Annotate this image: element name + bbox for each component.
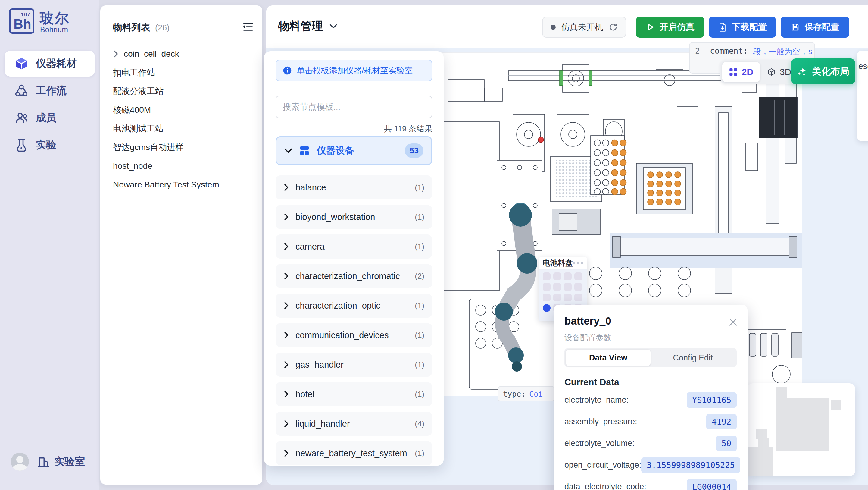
data-row-data-electrolyte-code: data_electrolyte_code: LG000014 xyxy=(564,478,737,490)
test-tube-icon xyxy=(15,138,28,151)
material-item-label: 配液分液工站 xyxy=(113,86,163,97)
material-list-count: (26) xyxy=(155,23,169,33)
sidebar-item-workflow[interactable]: 工作流 xyxy=(4,78,95,104)
chevron-right-icon xyxy=(113,50,118,58)
tray-slot[interactable] xyxy=(575,283,582,291)
template-item-characterization-optic[interactable]: characterization_optic(1) xyxy=(276,293,432,318)
save-config-button[interactable]: 保存配置 xyxy=(781,17,849,38)
material-item-label: 电池测试工站 xyxy=(113,123,163,135)
material-item[interactable]: 扣电工作站 xyxy=(113,66,250,80)
logo-element-symbol: Bh xyxy=(13,17,31,32)
material-item-coin-cell-deck[interactable]: coin_cell_deck xyxy=(113,47,250,61)
chevron-down-icon xyxy=(330,24,337,29)
material-item-label: Neware Battery Test System xyxy=(113,180,219,190)
sidebar-item-label: 工作流 xyxy=(36,84,67,98)
close-icon[interactable] xyxy=(727,317,739,327)
template-item-balance[interactable]: balance(1) xyxy=(276,175,432,200)
sidebar-item-instruments[interactable]: 仪器耗材 xyxy=(4,51,95,77)
template-item-characterization-chromatic[interactable]: characterization_chromatic(2) xyxy=(276,264,432,288)
tray-slot[interactable] xyxy=(553,283,561,291)
tray-slot[interactable] xyxy=(564,293,571,301)
minimap-node xyxy=(758,438,769,447)
template-item-hotel[interactable]: hotel(1) xyxy=(276,382,432,406)
info-icon xyxy=(283,66,292,75)
building-icon xyxy=(37,455,50,468)
tab-data-view[interactable]: Data View xyxy=(566,350,651,366)
template-item-camera[interactable]: camera(1) xyxy=(276,234,432,259)
tray-slot-selected-battery-0[interactable] xyxy=(543,304,551,312)
category-count-badge: 53 xyxy=(405,143,424,158)
tray-slot[interactable] xyxy=(564,272,571,280)
start-simulation-button[interactable]: 开启仿真 xyxy=(636,17,704,38)
popup-subtitle: 设备配置参数 xyxy=(564,333,611,343)
battery-config-popup: battery_0 设备配置参数 Data View Config Edit C… xyxy=(554,305,747,490)
material-item[interactable]: 核磁400M xyxy=(113,103,250,117)
material-item[interactable]: Neware Battery Test System xyxy=(113,178,250,192)
value-chip: LG000014 xyxy=(687,479,737,490)
more-menu-icon[interactable] xyxy=(573,262,583,264)
material-item[interactable]: 配液分液工站 xyxy=(113,84,250,98)
toggle-2d[interactable]: 2D xyxy=(722,62,760,82)
minimap[interactable] xyxy=(747,383,855,476)
tray-slot[interactable] xyxy=(575,293,582,301)
tray-slot[interactable] xyxy=(575,272,582,280)
material-item-label: coin_cell_deck xyxy=(124,49,179,59)
material-item-label: 核磁400M xyxy=(113,104,151,116)
right-edge-text-fragment: esou xyxy=(858,61,868,71)
tray-slot[interactable] xyxy=(543,283,551,291)
chevron-right-icon xyxy=(283,420,289,427)
simulation-status-chip[interactable]: 仿真未开机 xyxy=(542,17,626,38)
tray-slot[interactable] xyxy=(553,293,561,301)
user-avatar[interactable] xyxy=(11,453,29,471)
members-icon xyxy=(15,111,28,124)
toggle-3d-label: 3D xyxy=(780,67,791,77)
download-config-button[interactable]: 下载配置 xyxy=(709,17,776,38)
material-item[interactable]: 智达gcms自动进样 xyxy=(113,140,250,154)
sidebar-item-experiments[interactable]: 实验 xyxy=(4,132,95,158)
start-simulation-label: 开启仿真 xyxy=(659,21,694,33)
chevron-right-icon xyxy=(283,302,289,309)
value-chip: 50 xyxy=(716,436,737,451)
template-item-neware-battery-test-system[interactable]: neware_battery_test_system(1) xyxy=(276,441,432,465)
search-input[interactable] xyxy=(276,96,432,118)
material-item[interactable]: 电池测试工站 xyxy=(113,122,250,136)
tray-slot[interactable] xyxy=(543,272,551,280)
page-title-dropdown[interactable]: 物料管理 xyxy=(278,19,337,34)
template-item-bioyond-workstation[interactable]: bioyond_workstation(1) xyxy=(276,205,432,229)
minimap-node xyxy=(747,446,773,476)
cube-3d-icon xyxy=(767,68,776,76)
toggle-2d-label: 2D xyxy=(742,67,753,77)
beautify-layout-button[interactable]: 美化布局 xyxy=(791,58,855,84)
download-config-label: 下载配置 xyxy=(732,21,767,33)
material-item-label: host_node xyxy=(113,161,152,171)
collapse-panel-icon[interactable] xyxy=(242,22,253,32)
grid-icon xyxy=(299,146,310,156)
template-item-communication-devices[interactable]: communication_devices(1) xyxy=(276,323,432,347)
tray-slot[interactable] xyxy=(553,272,561,280)
app-screen: 107 Bh 玻尔 Bohrium 仪器耗材 xyxy=(0,0,868,490)
view-mode-toggle: 2D 3D xyxy=(720,60,800,84)
sidebar-item-label: 仪器耗材 xyxy=(36,57,77,70)
chevron-right-icon xyxy=(283,213,289,221)
template-item-gas-handler[interactable]: gas_handler(1) xyxy=(276,353,432,377)
popup-title: battery_0 xyxy=(564,315,611,327)
popup-tabs: Data View Config Edit xyxy=(564,348,737,367)
tray-slot[interactable] xyxy=(543,293,551,301)
chevron-right-icon xyxy=(283,184,289,191)
sidebar-item-members[interactable]: 成员 xyxy=(4,105,95,131)
type-tooltip-fragment: type: Coi xyxy=(498,386,555,401)
sidebar: 107 Bh 玻尔 Bohrium 仪器耗材 xyxy=(0,0,99,490)
tab-config-edit[interactable]: Config Edit xyxy=(651,350,735,366)
chevron-down-icon xyxy=(284,148,292,153)
material-item[interactable]: host_node xyxy=(113,159,250,173)
tray-slot[interactable] xyxy=(564,283,571,291)
sidebar-item-label: 成员 xyxy=(36,111,56,125)
template-item-liquid-handler[interactable]: liquid_handler(4) xyxy=(276,412,432,436)
sidebar-item-label: 实验 xyxy=(36,138,56,152)
refresh-icon[interactable] xyxy=(609,23,618,32)
category-instruments[interactable]: 仪器设备 53 xyxy=(276,136,432,165)
chevron-right-icon xyxy=(283,243,289,250)
sidebar-footer[interactable]: 实验室 xyxy=(11,453,85,471)
material-item-label: 智达gcms自动进样 xyxy=(113,142,184,153)
minimap-node xyxy=(776,387,787,398)
